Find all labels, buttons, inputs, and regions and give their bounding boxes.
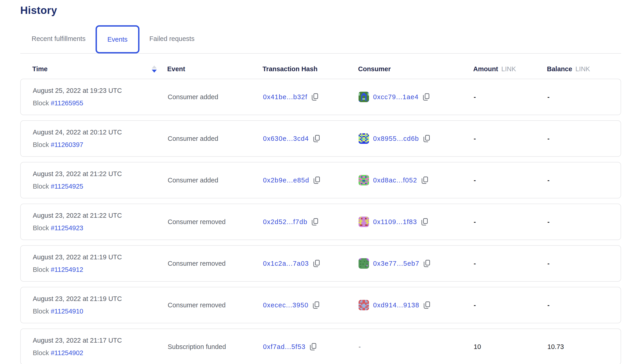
table-row: August 24, 2022 at 20:12 UTC Block #1126… [20, 120, 621, 157]
copy-icon[interactable] [421, 218, 428, 226]
row-timestamp: August 23, 2022 at 21:19 UTC [33, 254, 168, 261]
transaction-hash-cell: 0xf7ad...5f53 [263, 343, 358, 350]
transaction-hash-link[interactable]: 0x2b9e...e85d [263, 176, 309, 184]
consumer-cell: 0x1109...1f83 [358, 216, 474, 227]
block-label: Block [33, 100, 51, 107]
events-table-body: August 25, 2022 at 19:23 UTC Block #1126… [20, 79, 621, 364]
block-line: Block #11254912 [33, 266, 168, 274]
row-timestamp: August 23, 2022 at 21:22 UTC [33, 170, 168, 178]
row-amount: - [474, 135, 547, 142]
page-title: History [20, 4, 632, 16]
row-balance: - [547, 93, 620, 101]
block-number-link[interactable]: #11254902 [51, 349, 83, 356]
block-line: Block #11254910 [33, 308, 168, 315]
block-number-link[interactable]: #11254923 [51, 224, 83, 232]
transaction-hash-link[interactable]: 0xf7ad...5f53 [263, 343, 306, 350]
consumer-identicon [358, 133, 369, 144]
consumer-cell: - [358, 343, 474, 350]
column-header-transaction-hash: Transaction Hash [262, 65, 358, 73]
row-event: Consumer added [168, 93, 263, 101]
copy-icon[interactable] [312, 302, 320, 309]
table-row: August 23, 2022 at 21:22 UTC Block #1125… [20, 162, 621, 198]
row-event: Consumer removed [168, 218, 263, 226]
block-number-link[interactable]: #11265955 [51, 100, 83, 107]
row-balance: - [547, 176, 620, 184]
time-cell: August 23, 2022 at 21:22 UTC Block #1125… [33, 170, 168, 190]
column-header-time: Time [32, 65, 167, 73]
column-header-consumer: Consumer [358, 65, 473, 73]
consumer-cell: 0xcc79...1ae4 [358, 92, 474, 102]
copy-icon[interactable] [313, 176, 320, 184]
block-label: Block [33, 349, 51, 356]
block-line: Block #11260397 [33, 141, 168, 148]
history-page: History Recent fulfillments Events Faile… [0, 0, 632, 364]
consumer-identicon [358, 175, 369, 186]
column-header-event: Event [167, 65, 262, 73]
copy-icon[interactable] [312, 218, 318, 226]
column-header-amount: AmountLINK [473, 65, 547, 73]
copy-icon[interactable] [313, 260, 320, 267]
copy-icon[interactable] [423, 93, 430, 100]
copy-icon[interactable] [421, 176, 428, 184]
transaction-hash-link[interactable]: 0x2d52...f7db [263, 218, 307, 226]
table-row: August 25, 2022 at 19:23 UTC Block #1126… [20, 79, 621, 115]
table-row: August 23, 2022 at 21:22 UTC Block #1125… [20, 204, 621, 240]
consumer-identicon [358, 300, 369, 310]
row-event: Consumer removed [168, 302, 263, 309]
sort-desc-icon [152, 70, 157, 72]
copy-icon[interactable] [424, 260, 430, 267]
copy-icon[interactable] [423, 135, 430, 142]
consumer-identicon [358, 92, 369, 102]
time-cell: August 23, 2022 at 21:19 UTC Block #1125… [33, 295, 168, 315]
row-amount: - [474, 260, 547, 267]
table-row: August 23, 2022 at 21:19 UTC Block #1125… [20, 245, 621, 282]
consumer-identicon [358, 216, 369, 227]
time-cell: August 23, 2022 at 21:22 UTC Block #1125… [33, 212, 168, 232]
consumer-address-link[interactable]: 0xcc79...1ae4 [373, 93, 418, 101]
row-timestamp: August 23, 2022 at 21:22 UTC [33, 212, 168, 219]
consumer-address-link[interactable]: 0xd8ac...f052 [373, 176, 417, 184]
row-amount: - [474, 302, 547, 309]
consumer-address-link[interactable]: 0x3e77...5eb7 [373, 260, 419, 267]
consumer-identicon [358, 258, 369, 269]
block-line: Block #11254925 [33, 183, 168, 190]
row-event: Consumer added [168, 135, 263, 142]
tab-recent-fulfillments[interactable]: Recent fulfillments [32, 35, 86, 42]
transaction-hash-cell: 0xecec...3950 [263, 302, 358, 309]
consumer-cell: 0x8955...cd6b [358, 133, 474, 144]
block-number-link[interactable]: #11260397 [51, 141, 83, 148]
copy-icon[interactable] [312, 93, 318, 100]
row-amount: 10 [474, 343, 547, 350]
row-balance: 10.73 [547, 343, 620, 350]
consumer-address-link[interactable]: 0x8955...cd6b [373, 135, 419, 142]
copy-icon[interactable] [313, 135, 320, 142]
row-balance: - [547, 218, 620, 226]
transaction-hash-cell: 0x2d52...f7db [263, 218, 358, 226]
tab-bar: Recent fulfillments Events Failed reques… [20, 24, 621, 54]
block-number-link[interactable]: #11254910 [51, 308, 83, 315]
consumer-address-link[interactable]: 0x1109...1f83 [373, 218, 417, 226]
sort-control[interactable] [152, 66, 157, 72]
transaction-hash-link[interactable]: 0x1c2a...7a03 [263, 260, 309, 267]
transaction-hash-cell: 0x41be...b32f [263, 93, 358, 101]
row-timestamp: August 25, 2022 at 19:23 UTC [33, 87, 168, 94]
row-amount: - [474, 176, 547, 184]
row-timestamp: August 23, 2022 at 21:17 UTC [33, 337, 168, 344]
block-label: Block [33, 266, 51, 273]
copy-icon[interactable] [310, 343, 316, 350]
row-balance: - [547, 135, 620, 142]
transaction-hash-link[interactable]: 0x630e...3cd4 [263, 135, 309, 142]
block-line: Block #11265955 [33, 100, 168, 107]
transaction-hash-link[interactable]: 0xecec...3950 [263, 302, 308, 309]
row-amount: - [474, 93, 547, 101]
transaction-hash-link[interactable]: 0x41be...b32f [263, 93, 307, 101]
block-number-link[interactable]: #11254925 [51, 183, 83, 190]
tab-events[interactable]: Events [96, 25, 140, 54]
block-number-link[interactable]: #11254912 [51, 266, 83, 273]
consumer-address-link[interactable]: 0xd914...9138 [373, 302, 419, 309]
tab-failed-requests[interactable]: Failed requests [150, 35, 194, 42]
balance-unit-label: LINK [575, 65, 590, 72]
row-balance: - [547, 302, 620, 309]
copy-icon[interactable] [424, 302, 430, 309]
table-header: Time Event Transaction Hash Consumer Amo… [20, 59, 621, 79]
